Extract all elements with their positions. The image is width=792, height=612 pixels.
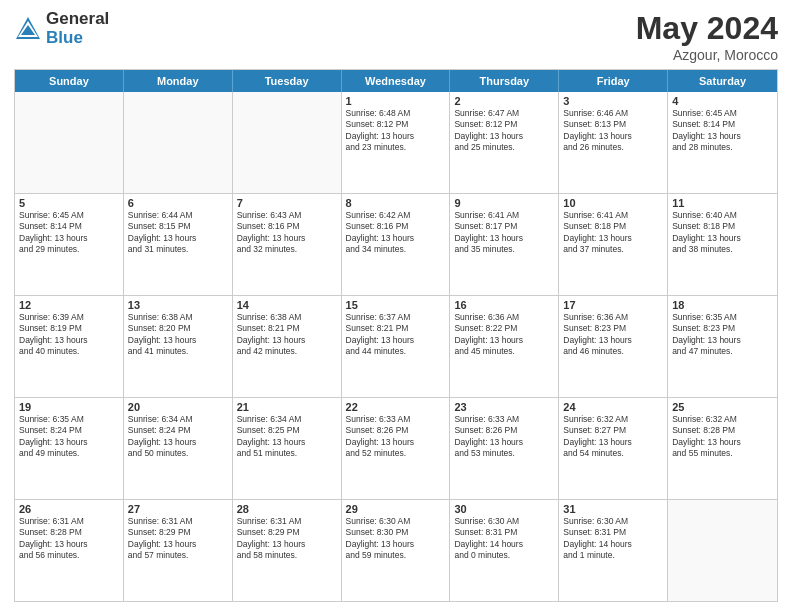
logo-text: General Blue — [46, 10, 109, 47]
weekday-header: Thursday — [450, 70, 559, 92]
day-info: Sunrise: 6:44 AM Sunset: 8:15 PM Dayligh… — [128, 210, 228, 256]
day-number: 14 — [237, 299, 337, 311]
calendar-row: 1Sunrise: 6:48 AM Sunset: 8:12 PM Daylig… — [15, 92, 777, 194]
weekday-header: Sunday — [15, 70, 124, 92]
day-info: Sunrise: 6:43 AM Sunset: 8:16 PM Dayligh… — [237, 210, 337, 256]
calendar-cell: 23Sunrise: 6:33 AM Sunset: 8:26 PM Dayli… — [450, 398, 559, 499]
day-number: 17 — [563, 299, 663, 311]
day-number: 2 — [454, 95, 554, 107]
day-number: 9 — [454, 197, 554, 209]
location: Azgour, Morocco — [636, 47, 778, 63]
day-info: Sunrise: 6:42 AM Sunset: 8:16 PM Dayligh… — [346, 210, 446, 256]
logo-blue: Blue — [46, 29, 109, 48]
day-number: 19 — [19, 401, 119, 413]
day-info: Sunrise: 6:32 AM Sunset: 8:28 PM Dayligh… — [672, 414, 773, 460]
day-info: Sunrise: 6:32 AM Sunset: 8:27 PM Dayligh… — [563, 414, 663, 460]
day-info: Sunrise: 6:36 AM Sunset: 8:22 PM Dayligh… — [454, 312, 554, 358]
calendar-cell: 7Sunrise: 6:43 AM Sunset: 8:16 PM Daylig… — [233, 194, 342, 295]
calendar-cell: 9Sunrise: 6:41 AM Sunset: 8:17 PM Daylig… — [450, 194, 559, 295]
calendar-cell: 24Sunrise: 6:32 AM Sunset: 8:27 PM Dayli… — [559, 398, 668, 499]
calendar-cell: 1Sunrise: 6:48 AM Sunset: 8:12 PM Daylig… — [342, 92, 451, 193]
calendar-cell: 11Sunrise: 6:40 AM Sunset: 8:18 PM Dayli… — [668, 194, 777, 295]
calendar-cell — [233, 92, 342, 193]
calendar-cell: 6Sunrise: 6:44 AM Sunset: 8:15 PM Daylig… — [124, 194, 233, 295]
calendar-cell: 28Sunrise: 6:31 AM Sunset: 8:29 PM Dayli… — [233, 500, 342, 601]
day-info: Sunrise: 6:30 AM Sunset: 8:31 PM Dayligh… — [563, 516, 663, 562]
calendar-cell — [668, 500, 777, 601]
day-number: 13 — [128, 299, 228, 311]
calendar-cell: 12Sunrise: 6:39 AM Sunset: 8:19 PM Dayli… — [15, 296, 124, 397]
day-number: 28 — [237, 503, 337, 515]
day-number: 10 — [563, 197, 663, 209]
day-info: Sunrise: 6:31 AM Sunset: 8:29 PM Dayligh… — [237, 516, 337, 562]
day-info: Sunrise: 6:33 AM Sunset: 8:26 PM Dayligh… — [454, 414, 554, 460]
calendar-cell: 5Sunrise: 6:45 AM Sunset: 8:14 PM Daylig… — [15, 194, 124, 295]
day-number: 6 — [128, 197, 228, 209]
day-number: 5 — [19, 197, 119, 209]
calendar-cell: 29Sunrise: 6:30 AM Sunset: 8:30 PM Dayli… — [342, 500, 451, 601]
calendar-body: 1Sunrise: 6:48 AM Sunset: 8:12 PM Daylig… — [15, 92, 777, 601]
day-info: Sunrise: 6:31 AM Sunset: 8:29 PM Dayligh… — [128, 516, 228, 562]
day-number: 16 — [454, 299, 554, 311]
day-number: 30 — [454, 503, 554, 515]
calendar-cell: 30Sunrise: 6:30 AM Sunset: 8:31 PM Dayli… — [450, 500, 559, 601]
month-year: May 2024 — [636, 10, 778, 47]
calendar: SundayMondayTuesdayWednesdayThursdayFrid… — [14, 69, 778, 602]
day-number: 12 — [19, 299, 119, 311]
calendar-row: 19Sunrise: 6:35 AM Sunset: 8:24 PM Dayli… — [15, 398, 777, 500]
weekday-header: Tuesday — [233, 70, 342, 92]
calendar-cell: 19Sunrise: 6:35 AM Sunset: 8:24 PM Dayli… — [15, 398, 124, 499]
day-info: Sunrise: 6:46 AM Sunset: 8:13 PM Dayligh… — [563, 108, 663, 154]
calendar-cell: 3Sunrise: 6:46 AM Sunset: 8:13 PM Daylig… — [559, 92, 668, 193]
calendar-cell: 2Sunrise: 6:47 AM Sunset: 8:12 PM Daylig… — [450, 92, 559, 193]
calendar-cell: 14Sunrise: 6:38 AM Sunset: 8:21 PM Dayli… — [233, 296, 342, 397]
calendar-cell: 4Sunrise: 6:45 AM Sunset: 8:14 PM Daylig… — [668, 92, 777, 193]
day-number: 3 — [563, 95, 663, 107]
page: General Blue May 2024 Azgour, Morocco Su… — [0, 0, 792, 612]
calendar-cell: 20Sunrise: 6:34 AM Sunset: 8:24 PM Dayli… — [124, 398, 233, 499]
calendar-cell: 26Sunrise: 6:31 AM Sunset: 8:28 PM Dayli… — [15, 500, 124, 601]
calendar-cell: 15Sunrise: 6:37 AM Sunset: 8:21 PM Dayli… — [342, 296, 451, 397]
day-info: Sunrise: 6:35 AM Sunset: 8:24 PM Dayligh… — [19, 414, 119, 460]
day-info: Sunrise: 6:30 AM Sunset: 8:30 PM Dayligh… — [346, 516, 446, 562]
calendar-cell: 16Sunrise: 6:36 AM Sunset: 8:22 PM Dayli… — [450, 296, 559, 397]
calendar-row: 12Sunrise: 6:39 AM Sunset: 8:19 PM Dayli… — [15, 296, 777, 398]
day-number: 25 — [672, 401, 773, 413]
title-area: May 2024 Azgour, Morocco — [636, 10, 778, 63]
day-info: Sunrise: 6:41 AM Sunset: 8:17 PM Dayligh… — [454, 210, 554, 256]
header: General Blue May 2024 Azgour, Morocco — [14, 10, 778, 63]
day-info: Sunrise: 6:36 AM Sunset: 8:23 PM Dayligh… — [563, 312, 663, 358]
day-number: 1 — [346, 95, 446, 107]
calendar-row: 5Sunrise: 6:45 AM Sunset: 8:14 PM Daylig… — [15, 194, 777, 296]
day-number: 26 — [19, 503, 119, 515]
day-number: 24 — [563, 401, 663, 413]
day-info: Sunrise: 6:38 AM Sunset: 8:20 PM Dayligh… — [128, 312, 228, 358]
calendar-header: SundayMondayTuesdayWednesdayThursdayFrid… — [15, 70, 777, 92]
weekday-header: Monday — [124, 70, 233, 92]
day-info: Sunrise: 6:45 AM Sunset: 8:14 PM Dayligh… — [19, 210, 119, 256]
day-info: Sunrise: 6:40 AM Sunset: 8:18 PM Dayligh… — [672, 210, 773, 256]
day-number: 4 — [672, 95, 773, 107]
day-info: Sunrise: 6:47 AM Sunset: 8:12 PM Dayligh… — [454, 108, 554, 154]
day-info: Sunrise: 6:33 AM Sunset: 8:26 PM Dayligh… — [346, 414, 446, 460]
day-info: Sunrise: 6:48 AM Sunset: 8:12 PM Dayligh… — [346, 108, 446, 154]
logo: General Blue — [14, 10, 109, 47]
calendar-cell: 25Sunrise: 6:32 AM Sunset: 8:28 PM Dayli… — [668, 398, 777, 499]
day-number: 15 — [346, 299, 446, 311]
weekday-header: Wednesday — [342, 70, 451, 92]
day-info: Sunrise: 6:45 AM Sunset: 8:14 PM Dayligh… — [672, 108, 773, 154]
calendar-cell: 8Sunrise: 6:42 AM Sunset: 8:16 PM Daylig… — [342, 194, 451, 295]
day-info: Sunrise: 6:34 AM Sunset: 8:24 PM Dayligh… — [128, 414, 228, 460]
day-info: Sunrise: 6:31 AM Sunset: 8:28 PM Dayligh… — [19, 516, 119, 562]
day-info: Sunrise: 6:34 AM Sunset: 8:25 PM Dayligh… — [237, 414, 337, 460]
weekday-header: Friday — [559, 70, 668, 92]
day-info: Sunrise: 6:35 AM Sunset: 8:23 PM Dayligh… — [672, 312, 773, 358]
day-number: 22 — [346, 401, 446, 413]
day-info: Sunrise: 6:38 AM Sunset: 8:21 PM Dayligh… — [237, 312, 337, 358]
calendar-cell: 31Sunrise: 6:30 AM Sunset: 8:31 PM Dayli… — [559, 500, 668, 601]
calendar-cell: 13Sunrise: 6:38 AM Sunset: 8:20 PM Dayli… — [124, 296, 233, 397]
day-number: 27 — [128, 503, 228, 515]
day-info: Sunrise: 6:30 AM Sunset: 8:31 PM Dayligh… — [454, 516, 554, 562]
day-number: 31 — [563, 503, 663, 515]
day-info: Sunrise: 6:39 AM Sunset: 8:19 PM Dayligh… — [19, 312, 119, 358]
